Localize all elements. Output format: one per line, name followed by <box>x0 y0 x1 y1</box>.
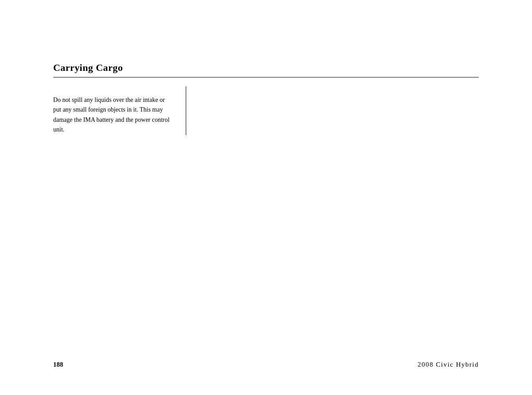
page-container: Carrying Cargo Do not spill any liquids … <box>0 0 532 395</box>
section-title: Carrying Cargo <box>53 62 123 73</box>
page-number: 188 <box>53 361 63 368</box>
section-title-block: Carrying Cargo <box>53 58 479 77</box>
page-footer: 188 2008 Civic Hybrid <box>53 361 479 368</box>
content-area: Do not spill any liquids over the air in… <box>53 86 479 135</box>
body-text: Do not spill any liquids over the air in… <box>53 95 172 135</box>
right-column <box>186 86 479 135</box>
page-header-area <box>53 0 479 58</box>
footer-title: 2008 Civic Hybrid <box>418 361 479 368</box>
left-column: Do not spill any liquids over the air in… <box>53 86 186 135</box>
